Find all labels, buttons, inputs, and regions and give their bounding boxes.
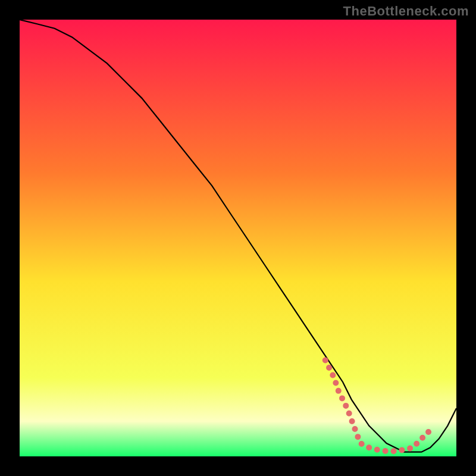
gradient-background [20,20,456,456]
watermark-text: TheBottleneck.com [343,4,469,19]
chart-frame: TheBottleneck.com [0,0,476,476]
chart-svg [0,0,476,476]
